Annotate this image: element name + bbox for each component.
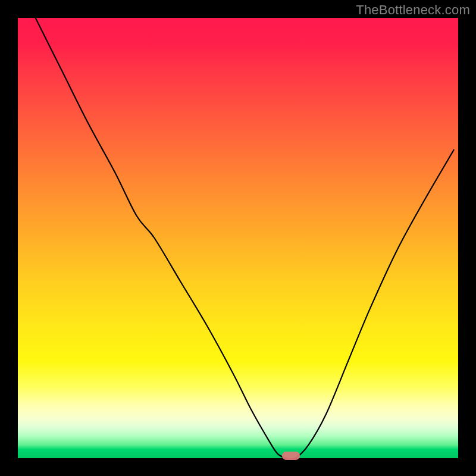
optimal-point-marker [282,452,300,460]
watermark-text: TheBottleneck.com [356,2,470,18]
bottleneck-curve-path [18,18,458,458]
chart-area [18,18,458,458]
